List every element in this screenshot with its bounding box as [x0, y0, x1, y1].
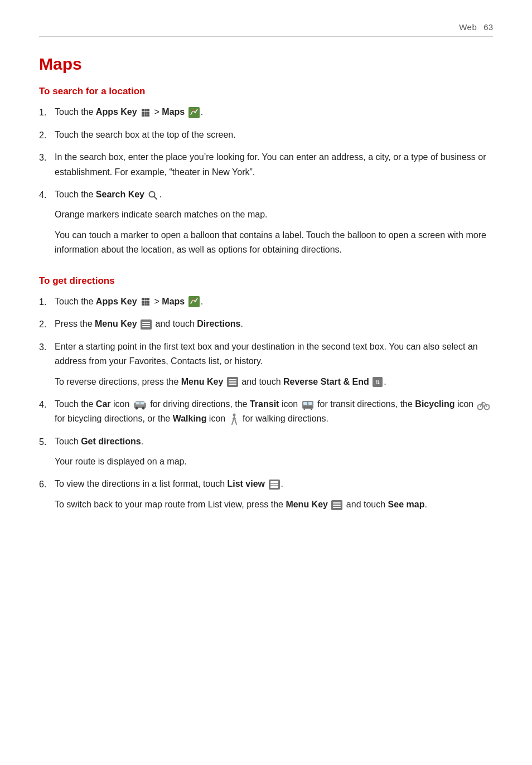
svg-point-23	[192, 299, 194, 301]
svg-rect-55	[333, 502, 341, 503]
bicycling-icon	[477, 399, 490, 410]
svg-rect-26	[142, 324, 150, 325]
svg-rect-3	[142, 112, 144, 114]
search-sub-para-1: Orange markers indicate search matches o…	[55, 207, 493, 222]
svg-rect-0	[142, 109, 144, 111]
search-step-3: 3. In the search box, enter the place yo…	[39, 150, 493, 180]
walking-label: Walking	[173, 414, 207, 423]
svg-rect-41	[303, 402, 307, 405]
dir-step-number-6: 6.	[39, 477, 55, 492]
menu-key-icon-sub6	[331, 500, 342, 510]
directions-label: Directions	[197, 319, 240, 328]
dir-step-number-5: 5.	[39, 434, 55, 449]
svg-point-37	[142, 406, 144, 409]
svg-rect-57	[333, 507, 341, 508]
svg-point-48	[481, 401, 483, 403]
bicycling-label: Bicycling	[415, 399, 454, 409]
car-label: Car	[96, 399, 111, 409]
svg-rect-18	[147, 301, 149, 303]
dir-step3-sub-para: To reverse directions, press the Menu Ke…	[55, 375, 493, 389]
svg-rect-27	[142, 326, 150, 327]
page-number: 63	[483, 22, 493, 32]
dir-step-content-6: To view the directions in a list format,…	[55, 477, 493, 512]
dir-step-content-1: Touch the Apps Key > Maps	[55, 294, 493, 309]
maps-icon-s1	[188, 107, 200, 118]
see-map-label: See map	[388, 500, 425, 509]
menu-key-label-d2: Menu Key	[95, 319, 137, 328]
search-step-4: 4. Touch the Search Key . Orange markers…	[39, 187, 493, 258]
svg-line-45	[311, 409, 312, 410]
svg-rect-42	[308, 402, 312, 405]
svg-line-12	[154, 196, 157, 199]
step-number-4: 4.	[39, 187, 55, 202]
maps-icon-d1	[188, 296, 200, 307]
search-step-1: 1. Touch the Apps Key > Maps	[39, 105, 493, 120]
svg-rect-5	[147, 112, 149, 114]
search-key-label: Search Key	[96, 190, 144, 199]
get-directions-label: Get directions	[81, 437, 141, 446]
step-content-2: Touch the search box at the top of the s…	[55, 128, 493, 142]
menu-key-label-sub3: Menu Key	[181, 377, 224, 386]
reverse-start-label: Reverse Start & End	[283, 377, 369, 386]
svg-rect-25	[142, 322, 150, 323]
apps-key-label-s1: Apps Key	[96, 107, 137, 117]
svg-line-44	[304, 409, 305, 410]
listview-icon	[269, 480, 280, 490]
svg-rect-30	[229, 381, 236, 382]
svg-rect-20	[144, 303, 147, 306]
dir-step-1: 1. Touch the Apps Key > Maps	[39, 294, 493, 309]
search-sub-para-2: You can touch a marker to open a balloon…	[55, 228, 493, 258]
svg-rect-21	[147, 303, 149, 306]
dir-step-content-3: Enter a starting point in the first text…	[55, 340, 493, 389]
svg-point-36	[135, 406, 138, 409]
search-steps-list: 1. Touch the Apps Key > Maps	[39, 105, 493, 258]
apps-key-icon-d1	[141, 297, 151, 307]
step-number-3: 3.	[39, 150, 55, 165]
svg-rect-7	[144, 114, 147, 117]
dir-step-2: 2. Press the Menu Key and touch Directio…	[39, 317, 493, 332]
svg-rect-1	[144, 109, 147, 111]
svg-rect-31	[229, 384, 236, 385]
dir-step-5: 5. Touch Get directions. Your route is d…	[39, 434, 493, 469]
list-view-label: List view	[227, 479, 265, 488]
svg-point-10	[192, 109, 194, 111]
page-container: Web 63 Maps To search for a location 1. …	[0, 0, 532, 553]
header-section-label: Web	[459, 22, 477, 32]
svg-rect-53	[270, 486, 278, 488]
maps-label-d1: Maps	[162, 297, 185, 306]
step-number-1: 1.	[39, 105, 55, 120]
svg-rect-9	[188, 107, 200, 118]
dir-step-4: 4. Touch the Car icon for driving direct…	[39, 397, 493, 427]
search-key-icon	[148, 190, 158, 200]
menu-key-icon-sub3	[227, 377, 238, 387]
dir-step-number-2: 2.	[39, 317, 55, 332]
header-bar: Web 63	[39, 22, 493, 37]
maps-section-title: Maps	[39, 55, 493, 74]
search-step-2: 2. Touch the search box at the top of th…	[39, 128, 493, 143]
step-content-1: Touch the Apps Key > Maps	[55, 105, 493, 119]
dir-step6-sub-para: To switch back to your map route from Li…	[55, 497, 493, 512]
svg-rect-19	[142, 303, 144, 306]
transit-icon	[302, 400, 314, 410]
directions-steps-list: 1. Touch the Apps Key > Maps	[39, 294, 493, 512]
svg-rect-51	[270, 481, 278, 483]
transit-label: Transit	[250, 399, 279, 409]
dir-step5-sub-para: Your route is displayed on a map.	[55, 454, 493, 469]
svg-rect-43	[303, 406, 313, 408]
search-subsection-title: To search for a location	[39, 86, 493, 97]
svg-rect-52	[270, 484, 278, 486]
reverse-icon: ⇅	[373, 377, 383, 387]
svg-rect-38	[136, 402, 139, 404]
svg-rect-4	[144, 112, 147, 114]
dir-step-number-3: 3.	[39, 340, 55, 355]
dir-step-6: 6. To view the directions in a list form…	[39, 477, 493, 512]
apps-key-label-d1: Apps Key	[96, 297, 137, 306]
walking-icon	[229, 413, 239, 425]
svg-rect-6	[142, 114, 144, 117]
svg-point-49	[233, 414, 235, 417]
dir-step-number-1: 1.	[39, 294, 55, 309]
apps-key-icon-s1	[141, 108, 151, 118]
svg-rect-14	[144, 298, 147, 300]
maps-label-s1: Maps	[162, 107, 185, 117]
step-content-4: Touch the Search Key . Orange markers in…	[55, 187, 493, 258]
